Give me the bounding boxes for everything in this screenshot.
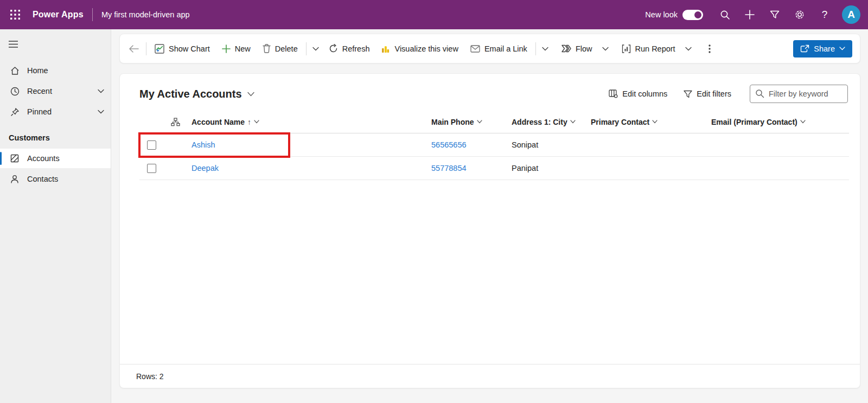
hamburger-menu-icon[interactable] <box>2 34 24 54</box>
row-count-label: Rows: 2 <box>136 372 164 381</box>
column-header-primary-contact[interactable]: Primary Contact <box>591 118 711 126</box>
show-chart-button[interactable]: Show Chart <box>149 39 216 59</box>
account-name-link[interactable]: Deepak <box>192 164 431 172</box>
brand-title[interactable]: Power Apps <box>33 10 84 20</box>
edit-columns-icon <box>609 89 618 98</box>
grid-status-bar: Rows: 2 <box>120 364 860 388</box>
sidebar-item-home[interactable]: Home <box>0 61 111 80</box>
header-divider <box>92 8 93 21</box>
new-label: New <box>235 44 251 53</box>
accounts-entity-icon <box>9 154 21 163</box>
new-look-toggle[interactable] <box>682 10 703 20</box>
email-link-button[interactable]: Email a Link <box>464 39 533 59</box>
chevron-down-icon[interactable] <box>98 110 104 114</box>
account-name-link[interactable]: Ashish <box>192 140 431 149</box>
main-phone-link[interactable]: 56565656 <box>431 140 512 149</box>
search-icon[interactable] <box>714 4 736 25</box>
refresh-label: Refresh <box>342 44 370 53</box>
run-report-label: Run Report <box>635 44 675 53</box>
view-selector[interactable]: My Active Accounts <box>139 88 254 100</box>
delete-button[interactable]: Delete <box>257 39 304 59</box>
sidebar-item-accounts[interactable]: Accounts <box>0 149 111 168</box>
refresh-button[interactable]: Refresh <box>323 39 376 59</box>
report-icon <box>622 44 631 53</box>
main-content: Show Chart New Delete <box>111 29 868 403</box>
search-icon <box>755 89 764 98</box>
sidebar-item-label: Pinned <box>27 107 52 116</box>
add-icon[interactable] <box>739 4 761 25</box>
sidebar-item-recent[interactable]: Recent <box>0 81 111 101</box>
app-name[interactable]: My first model-driven app <box>101 10 190 19</box>
new-look-label: New look <box>645 10 678 19</box>
flow-icon <box>561 44 571 53</box>
command-bar: Show Chart New Delete <box>119 34 860 63</box>
edit-filters-label: Edit filters <box>697 89 731 98</box>
run-report-button[interactable]: Run Report <box>616 39 681 59</box>
row-checkbox[interactable] <box>147 140 156 150</box>
sidebar-item-label: Recent <box>27 87 52 95</box>
flow-label: Flow <box>576 44 592 53</box>
divider <box>146 42 146 55</box>
filter-funnel-icon <box>684 90 692 98</box>
table-row[interactable]: Deepak 55778854 Panipat <box>139 157 849 180</box>
chart-icon <box>155 44 164 54</box>
row-checkbox[interactable] <box>147 164 156 173</box>
contacts-entity-icon <box>9 175 21 183</box>
column-header-account-name[interactable]: Account Name ↑ <box>192 118 431 126</box>
column-header-address-city[interactable]: Address 1: City <box>512 118 591 126</box>
back-arrow-icon[interactable] <box>124 39 144 59</box>
run-report-chevron-icon[interactable] <box>681 39 695 59</box>
sidebar-item-pinned[interactable]: Pinned <box>0 102 111 121</box>
sidebar-group-label: Customers <box>0 121 111 148</box>
filter-icon[interactable] <box>764 4 786 25</box>
clock-icon <box>9 87 21 96</box>
home-icon <box>9 66 21 75</box>
chevron-down-icon <box>652 120 658 124</box>
new-button[interactable]: New <box>216 39 257 59</box>
sidebar-item-label: Home <box>27 66 48 75</box>
delete-label: Delete <box>275 44 298 53</box>
trash-icon <box>263 44 271 53</box>
flow-chevron-icon[interactable] <box>598 39 612 59</box>
chevron-down-icon[interactable] <box>98 89 104 93</box>
plus-icon <box>222 44 231 53</box>
edit-columns-label: Edit columns <box>622 89 667 98</box>
refresh-icon <box>329 44 338 53</box>
address-city-cell: Sonipat <box>512 140 591 149</box>
chevron-down-icon <box>254 120 259 124</box>
visualize-view-button[interactable]: Visualize this view <box>375 39 464 59</box>
table-row[interactable]: Ashish 56565656 Sonipat <box>139 133 849 157</box>
email-overflow-chevron-icon[interactable] <box>538 39 552 59</box>
divider <box>535 42 536 55</box>
sidebar-item-label: Contacts <box>27 175 58 183</box>
settings-gear-icon[interactable] <box>789 4 810 25</box>
edit-filters-button[interactable]: Edit filters <box>678 86 737 101</box>
sidebar-item-contacts[interactable]: Contacts <box>0 169 111 189</box>
visualize-view-label: Visualize this view <box>394 44 458 53</box>
more-commands-icon[interactable] <box>701 39 718 59</box>
help-icon[interactable]: ? <box>814 4 835 25</box>
toggle-knob <box>694 11 701 18</box>
share-label: Share <box>814 44 835 53</box>
waffle-menu-icon[interactable] <box>5 5 25 24</box>
sort-ascending-icon: ↑ <box>247 118 251 126</box>
email-link-label: Email a Link <box>484 44 527 53</box>
view-title: My Active Accounts <box>139 88 242 100</box>
flow-button[interactable]: Flow <box>556 39 598 59</box>
user-avatar[interactable]: A <box>842 5 860 24</box>
show-chart-label: Show Chart <box>169 44 210 53</box>
view-card: My Active Accounts Edit columns <box>119 73 860 388</box>
edit-columns-button[interactable]: Edit columns <box>603 86 673 101</box>
column-header-email-primary-contact[interactable]: Email (Primary Contact) <box>711 118 849 126</box>
share-chevron-icon <box>839 47 845 50</box>
avatar-initial: A <box>847 9 855 21</box>
filter-by-keyword-input[interactable] <box>750 85 848 103</box>
main-phone-link[interactable]: 55778854 <box>431 164 512 172</box>
hierarchy-icon <box>171 118 192 126</box>
accounts-grid: Account Name ↑ Main Phone Address 1: Cit… <box>120 111 860 364</box>
share-button[interactable]: Share <box>793 40 852 57</box>
delete-overflow-chevron-icon[interactable] <box>309 39 323 59</box>
powerbi-icon <box>381 44 390 53</box>
column-header-main-phone[interactable]: Main Phone <box>431 118 512 126</box>
divider <box>306 42 307 55</box>
